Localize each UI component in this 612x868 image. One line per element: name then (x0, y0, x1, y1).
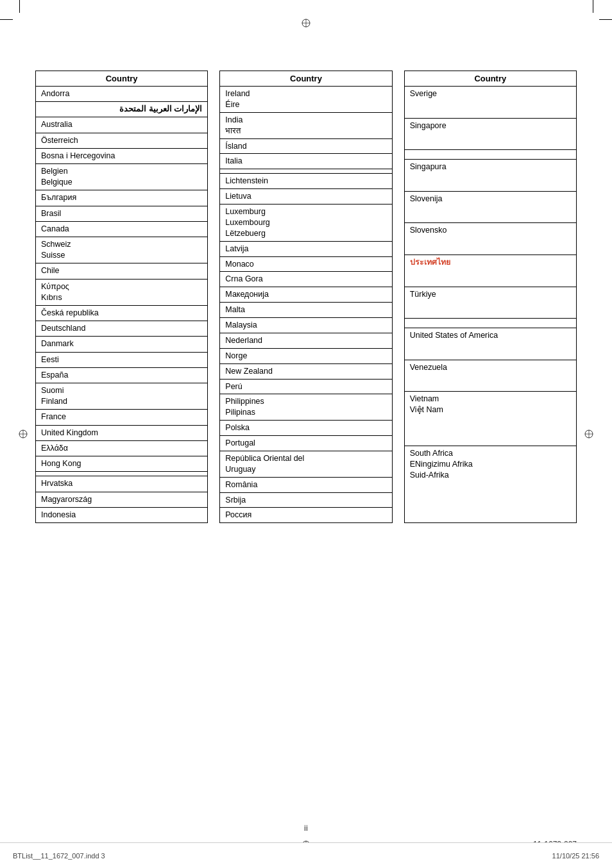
table-row: United Kingdom (36, 425, 208, 440)
country-cell: IrelandÉire (220, 87, 392, 113)
country-cell: Slovenija (404, 191, 576, 223)
table-row: Malaysia (220, 318, 392, 333)
table-row: Česká republika (36, 306, 208, 321)
country-cell: Česká republika (36, 306, 208, 321)
country-cell: South AfricaENingizimu AfrikaSuid-Afrika (404, 446, 576, 523)
country-table-1: CountryAndorraالإمارات العربية المتحدةAu… (35, 71, 208, 523)
table-row (220, 169, 392, 174)
country-cell: Ísland (220, 138, 392, 154)
table-row: España (36, 367, 208, 383)
table-row: România (220, 477, 392, 492)
country-cell: República Oriental delUruguay (220, 451, 392, 477)
table-row: Lietuva (220, 189, 392, 204)
country-cell: Nederland (220, 333, 392, 348)
country-table-3: CountrySverigeSingaporeSingapuraSlovenij… (404, 71, 577, 523)
tables-wrapper: CountryAndorraالإمارات العربية المتحدةAu… (35, 71, 577, 523)
country-cell: Slovensko (404, 223, 576, 255)
table-row: Canada (36, 221, 208, 237)
table-row: South AfricaENingizimu AfrikaSuid-Afrika (404, 446, 576, 523)
table-row: ΚύπροςKıbrıs (36, 279, 208, 305)
table-row (404, 319, 576, 328)
country-cell: Norge (220, 348, 392, 363)
country-cell: Malta (220, 303, 392, 318)
table-row: New Zealand (220, 363, 392, 379)
table-row: Monaco (220, 256, 392, 272)
table-row: Norge (220, 348, 392, 363)
page-content: CountryAndorraالإمارات العربية المتحدةAu… (35, 71, 577, 804)
country-cell: Monaco (220, 256, 392, 272)
table-row: SchweizSuisse (36, 237, 208, 263)
table-row: Srbija (220, 492, 392, 508)
col-header-2: Country (220, 71, 392, 87)
country-cell: Magyarország (36, 492, 208, 507)
country-cell: Brasil (36, 206, 208, 221)
table-row: Deutschland (36, 321, 208, 337)
table-row: República Oriental delUruguay (220, 451, 392, 477)
page-number: ii (304, 823, 308, 833)
table-row: United States of America (404, 328, 576, 360)
footer-date: 11/10/25 21:56 (552, 852, 599, 860)
country-cell: Eesti (36, 352, 208, 367)
table-row: Lichtenstein (220, 174, 392, 189)
country-cell: United Kingdom (36, 425, 208, 440)
table-row: Venezuela (404, 360, 576, 392)
country-cell: Türkiye (404, 287, 576, 319)
country-cell: Sverige (404, 87, 576, 119)
country-cell: Latvija (220, 241, 392, 256)
table-row: България (36, 190, 208, 206)
table-row: Malta (220, 303, 392, 318)
country-cell: BelgienBelgique (36, 164, 208, 190)
table-row: Brasil (36, 206, 208, 221)
country-cell (220, 169, 392, 174)
table-row (404, 150, 576, 160)
col-header-1: Country (36, 71, 208, 87)
country-cell: Deutschland (36, 321, 208, 337)
table-row: Crna Gora (220, 272, 392, 287)
country-cell: ΚύπροςKıbrıs (36, 279, 208, 305)
country-cell: United States of America (404, 328, 576, 360)
table-row: Polska (220, 421, 392, 436)
country-cell: Македонија (220, 287, 392, 303)
country-cell: Россия (220, 508, 392, 523)
table-row: PhilippinesPilipinas (220, 394, 392, 421)
table-row: Italia (220, 154, 392, 169)
country-cell: Bosna i Hercegovina (36, 148, 208, 163)
table-row: Österreich (36, 133, 208, 148)
table-row: Australia (36, 117, 208, 133)
table-row: Slovensko (404, 223, 576, 255)
table-row: Latvija (220, 241, 392, 256)
reg-mark-left (18, 429, 28, 439)
country-cell: Hrvatska (36, 476, 208, 492)
country-cell: Singapore (404, 118, 576, 150)
table-row: Singapura (404, 159, 576, 191)
table-row: Türkiye (404, 287, 576, 319)
country-cell: الإمارات العربية المتحدة (36, 102, 208, 117)
table-row: Ísland (220, 138, 392, 154)
country-cell: Canada (36, 221, 208, 237)
table-row: Hrvatska (36, 476, 208, 492)
table-row: Indiaभारत (220, 112, 392, 138)
country-cell: New Zealand (220, 363, 392, 379)
country-cell: România (220, 477, 392, 492)
table-row: France (36, 410, 208, 425)
country-cell: Srbija (220, 492, 392, 508)
table-row: Slovenija (404, 191, 576, 223)
table-row: Perú (220, 379, 392, 394)
country-cell: Portugal (220, 436, 392, 451)
table-row: VietnamViệt Nam (404, 392, 576, 446)
country-cell (404, 319, 576, 328)
country-cell: Hong Kong (36, 456, 208, 472)
table-row: Bosna i Hercegovina (36, 148, 208, 163)
country-cell: Lichtenstein (220, 174, 392, 189)
country-cell: Lietuva (220, 189, 392, 204)
table-row: Eesti (36, 352, 208, 367)
table-row: Portugal (220, 436, 392, 451)
country-cell: Italia (220, 154, 392, 169)
country-cell (36, 472, 208, 476)
country-cell: Singapura (404, 159, 576, 191)
country-cell: VietnamViệt Nam (404, 392, 576, 446)
country-cell: SchweizSuisse (36, 237, 208, 263)
country-cell: Polska (220, 421, 392, 436)
country-cell: Andorra (36, 87, 208, 102)
table-row: الإمارات العربية المتحدة (36, 102, 208, 117)
